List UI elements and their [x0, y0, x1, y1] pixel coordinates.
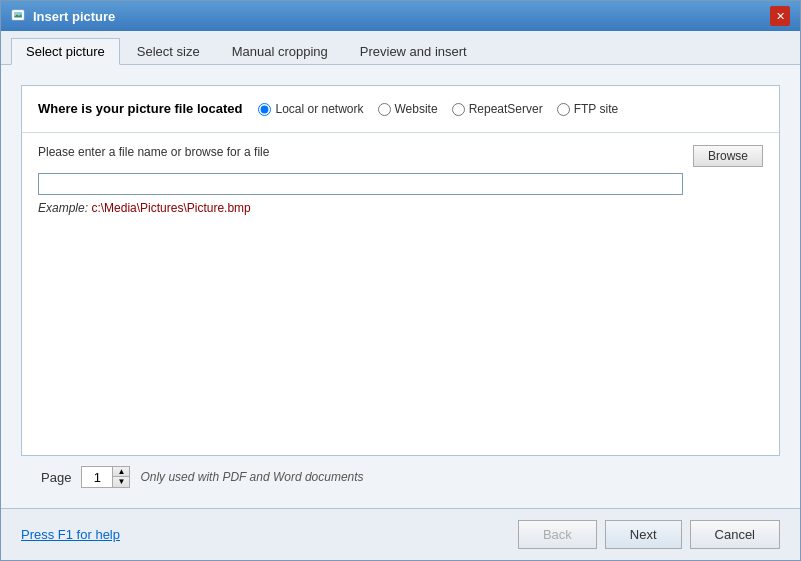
file-prompt-row: Please enter a file name or browse for a… [38, 145, 763, 167]
spinner-buttons: ▲ ▼ [112, 467, 129, 487]
main-box: Where is your picture file located Local… [21, 85, 780, 456]
content-area: Where is your picture file located Local… [1, 65, 800, 508]
spinner-down-button[interactable]: ▼ [113, 477, 129, 487]
browse-button[interactable]: Browse [693, 145, 763, 167]
file-path-input[interactable] [38, 173, 683, 195]
tab-bar: Select picture Select size Manual croppi… [1, 31, 800, 65]
radio-website-label: Website [395, 102, 438, 116]
radio-website-input[interactable] [378, 103, 391, 116]
file-prompt-label: Please enter a file name or browse for a… [38, 145, 269, 159]
example-path: c:\Media\Pictures\Picture.bmp [91, 201, 250, 215]
radio-local-label: Local or network [275, 102, 363, 116]
tab-preview-and-insert[interactable]: Preview and insert [345, 38, 482, 65]
spinner-up-button[interactable]: ▲ [113, 467, 129, 477]
insert-picture-icon [11, 8, 27, 24]
svg-point-2 [15, 13, 17, 15]
tab-select-picture[interactable]: Select picture [11, 38, 120, 65]
page-label: Page [41, 470, 71, 485]
close-button[interactable]: ✕ [770, 6, 790, 26]
title-bar-left: Insert picture [11, 8, 115, 24]
footer: Press F1 for help Back Next Cancel [1, 508, 800, 560]
page-input-wrapper: ▲ ▼ [81, 466, 130, 488]
radio-group: Local or network Website RepeatServer FT… [258, 100, 618, 116]
radio-local[interactable]: Local or network [258, 102, 363, 116]
title-bar: Insert picture ✕ [1, 1, 800, 31]
file-input-wrapper [38, 173, 763, 195]
main-window: Insert picture ✕ Select picture Select s… [0, 0, 801, 561]
radio-repeatserver[interactable]: RepeatServer [452, 102, 543, 116]
location-section: Where is your picture file located Local… [22, 86, 779, 133]
window-title: Insert picture [33, 9, 115, 24]
cancel-button[interactable]: Cancel [690, 520, 780, 549]
radio-local-input[interactable] [258, 103, 271, 116]
page-number-input[interactable] [82, 467, 112, 487]
page-note: Only used with PDF and Word documents [140, 470, 363, 484]
example-text: Example: c:\Media\Pictures\Picture.bmp [38, 201, 763, 215]
next-button[interactable]: Next [605, 520, 682, 549]
help-link[interactable]: Press F1 for help [21, 527, 120, 542]
file-section: Please enter a file name or browse for a… [22, 133, 779, 455]
tab-select-size[interactable]: Select size [122, 38, 215, 65]
example-label: Example: [38, 201, 88, 215]
radio-ftp-label: FTP site [574, 102, 618, 116]
location-heading: Where is your picture file located [38, 100, 242, 118]
radio-repeatserver-label: RepeatServer [469, 102, 543, 116]
radio-ftp[interactable]: FTP site [557, 102, 618, 116]
bottom-section: Page ▲ ▼ Only used with PDF and Word doc… [21, 456, 780, 498]
tab-manual-cropping[interactable]: Manual cropping [217, 38, 343, 65]
radio-website[interactable]: Website [378, 102, 438, 116]
radio-repeatserver-input[interactable] [452, 103, 465, 116]
back-button[interactable]: Back [518, 520, 597, 549]
radio-ftp-input[interactable] [557, 103, 570, 116]
footer-buttons: Back Next Cancel [518, 520, 780, 549]
